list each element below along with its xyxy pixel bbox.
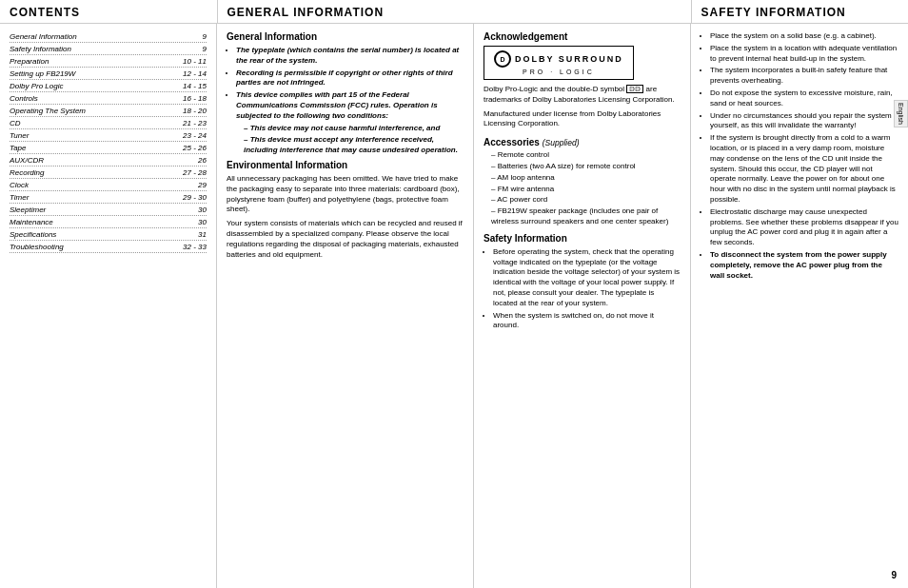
dolby-logo: D DOLBY SURROUND PRO · LOGIC: [484, 46, 634, 80]
dolby-top: D DOLBY SURROUND: [494, 50, 623, 68]
toc-item: Specifications31: [10, 229, 207, 241]
toc-page: 9: [178, 45, 207, 53]
toc-page: 16 - 18: [178, 94, 207, 103]
ack-column: Acknowledgement D DOLBY SURROUND PRO · L…: [474, 24, 691, 588]
general-bullets: The typeplate (which contains the serial…: [227, 46, 464, 156]
toc-page: 26: [178, 156, 207, 165]
toc-label: General Information: [10, 32, 178, 41]
toc-item: AUX/CDR26: [10, 155, 207, 167]
general-bullet-3: This device complies with part 15 of the…: [236, 90, 464, 156]
toc-item: Tape25 - 26: [10, 143, 207, 154]
toc-label: Setting up FB219W: [10, 69, 178, 78]
language-tab: English: [894, 100, 908, 127]
header-safety-title: SAFETY INFORMATION: [701, 6, 899, 19]
header-general-title: GENERAL INFORMATION: [227, 6, 681, 19]
toc-page: 27 - 28: [178, 168, 207, 177]
toc-label: Controls: [10, 94, 178, 103]
toc-page: 21 - 23: [178, 119, 207, 127]
toc-item: Recording27 - 28: [10, 167, 207, 179]
safety-bullet: Do not expose the system to excessive mo…: [710, 88, 898, 109]
toc-page: 32 - 33: [178, 243, 207, 251]
page-number: 9: [891, 570, 897, 580]
toc-item: CD21 - 23: [10, 118, 207, 129]
toc-label: AUX/CDR: [10, 156, 178, 165]
toc-page: 31: [178, 230, 207, 239]
accessory-item: FM wire antenna: [491, 185, 681, 195]
toc-label: Timer: [10, 193, 178, 202]
content-row: General Information9Safety Information9P…: [0, 24, 908, 588]
safety-bullet: Place the system on a solid base (e.g. a…: [710, 31, 898, 42]
toc-label: Specifications: [10, 230, 178, 239]
toc-item: General Information9: [10, 31, 207, 43]
toc-page: 29 - 30: [178, 193, 207, 202]
dolby-dd-symbol: 𝔻𝔻: [626, 85, 643, 93]
toc-item: Clock29: [10, 180, 207, 191]
safety-bullet: If the system is brought directly from a…: [710, 133, 898, 206]
toc-label: Tape: [10, 144, 178, 152]
toc-label: Tuner: [10, 131, 178, 140]
safety-bullet: To disconnect the system from the power …: [710, 250, 898, 281]
accessory-item: Batteries (two AA size) for remote contr…: [491, 162, 681, 172]
toc-item: Maintenance30: [10, 217, 207, 228]
toc-page: 10 - 11: [178, 57, 207, 66]
safety-ack-bullet: When the system is switched on, do not m…: [493, 311, 681, 332]
accessory-item: AC power cord: [491, 195, 681, 206]
header-safety: SAFETY INFORMATION: [692, 0, 909, 23]
toc-label: Safety Information: [10, 45, 178, 53]
toc-item: Timer29 - 30: [10, 192, 207, 204]
toc-label: CD: [10, 119, 178, 127]
toc-item: Setting up FB219W12 - 14: [10, 69, 207, 80]
header-contents: CONTENTS: [0, 0, 218, 23]
toc-page: 18 - 20: [178, 107, 207, 115]
safety-info-bullets: Before operating the system, check that …: [484, 247, 681, 331]
page: CONTENTS GENERAL INFORMATION SAFETY INFO…: [0, 0, 908, 588]
toc-label: Sleeptimer: [10, 206, 178, 214]
toc-item: Safety Information9: [10, 44, 207, 55]
header-general: GENERAL INFORMATION: [218, 0, 692, 23]
toc-page: 30: [178, 218, 207, 226]
toc-label: Recording: [10, 168, 178, 177]
ack-para1: Dolby Pro-Logic and the double-D symbol …: [484, 85, 681, 106]
header-contents-title: CONTENTS: [10, 6, 207, 19]
toc-item: Troubleshooting32 - 33: [10, 242, 207, 253]
env-info-title: Environmental Information: [227, 160, 464, 170]
toc-item: Sleeptimer30: [10, 205, 207, 216]
general-column: General Information The typeplate (which…: [217, 24, 474, 588]
safety-main-bullets: Place the system on a solid base (e.g. a…: [701, 31, 898, 281]
accessories-list: Remote controlBatteries (two AA size) fo…: [484, 150, 681, 227]
general-bullet-2: Recording is permissible if copyright or…: [236, 69, 464, 89]
toc-label: Clock: [10, 181, 178, 189]
safety-ack-bullet: Before operating the system, check that …: [493, 247, 681, 309]
accessory-item: Remote control: [491, 150, 681, 161]
toc-page: 25 - 26: [178, 144, 207, 152]
toc-page: 12 - 14: [178, 69, 207, 78]
toc-item: Preparation10 - 11: [10, 56, 207, 68]
safety-bullet: Under no circumstances should you repair…: [710, 111, 898, 132]
accessory-item: AM loop antenna: [491, 173, 681, 184]
accessory-item: FB219W speaker package (includes one pai…: [491, 206, 681, 227]
toc-item: Dolby Pro Logic14 - 15: [10, 81, 207, 92]
env-para-2: Your system consists of materials which …: [227, 219, 464, 260]
accessories-title: Accessories (Supplied): [484, 137, 681, 147]
safety-bullet: Place the system in a location with adeq…: [710, 44, 898, 65]
dolby-sub-text: PRO · LOGIC: [523, 69, 595, 75]
general-bullet-1: The typeplate (which contains the serial…: [236, 46, 464, 67]
dolby-d-symbol: D: [494, 50, 511, 68]
ack-title: Acknowledgement: [484, 31, 681, 42]
general-info-title: General Information: [227, 31, 464, 42]
toc-label: Troubleshooting: [10, 243, 178, 251]
toc-label: Dolby Pro Logic: [10, 82, 178, 90]
toc-label: Maintenance: [10, 218, 178, 226]
env-para-1: All unnecessary packaging has been omitt…: [227, 174, 464, 215]
toc-item: Controls16 - 18: [10, 93, 207, 105]
toc-page: 30: [178, 206, 207, 214]
safety-bullet: The system incorporates a built-in safet…: [710, 66, 898, 87]
toc-page: 23 - 24: [178, 131, 207, 140]
safety-bullet: Electrostatic discharge may cause unexpe…: [710, 207, 898, 248]
toc-page: 9: [178, 32, 207, 41]
toc-list: General Information9Safety Information9P…: [10, 31, 207, 253]
toc-item: Tuner23 - 24: [10, 130, 207, 142]
safety-info-title: Safety Information: [484, 233, 681, 244]
header-row: CONTENTS GENERAL INFORMATION SAFETY INFO…: [0, 0, 908, 24]
toc-label: Operating The System: [10, 107, 178, 115]
